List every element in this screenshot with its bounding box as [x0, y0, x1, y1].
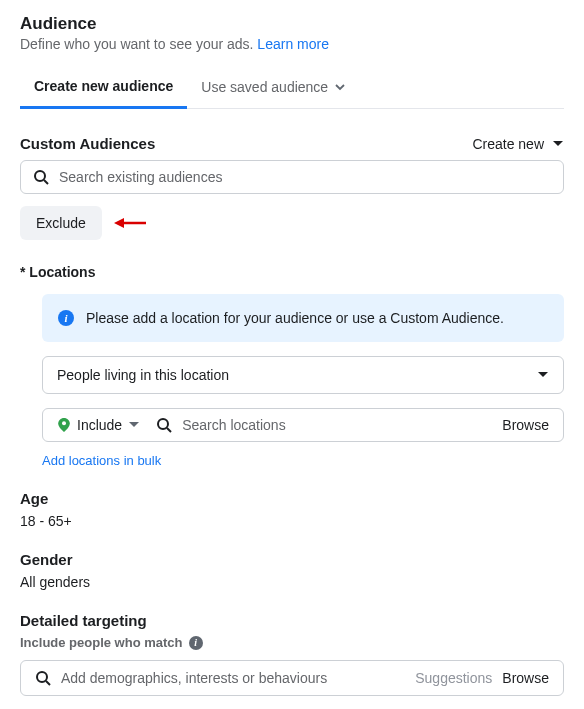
tab-use-saved-audience[interactable]: Use saved audience — [187, 68, 360, 108]
subtitle-text: Define who you want to see your ads. — [20, 36, 257, 52]
age-value: 18 - 65+ — [20, 513, 564, 529]
create-new-dropdown[interactable]: Create new — [472, 136, 564, 152]
svg-line-6 — [167, 428, 171, 432]
detailed-targeting-label: Detailed targeting — [20, 612, 564, 629]
search-icon — [33, 169, 49, 185]
location-scope-value: People living in this location — [57, 367, 229, 383]
page-subtitle: Define who you want to see your ads. Lea… — [20, 36, 564, 52]
detailed-targeting-input-row: Suggestions Browse — [20, 660, 564, 696]
svg-line-8 — [46, 681, 50, 685]
chevron-down-icon — [128, 419, 140, 431]
arrow-annotation-icon — [114, 216, 146, 230]
svg-point-4 — [62, 421, 66, 425]
suggestions-button[interactable]: Suggestions — [415, 670, 492, 686]
audience-tabs: Create new audience Use saved audience — [20, 68, 564, 109]
custom-audiences-search[interactable] — [20, 160, 564, 194]
create-new-label: Create new — [472, 136, 544, 152]
locations-label: * Locations — [20, 264, 564, 280]
gender-label: Gender — [20, 551, 564, 568]
location-search-input[interactable] — [182, 417, 492, 433]
svg-point-0 — [35, 171, 45, 181]
chevron-down-icon — [552, 138, 564, 150]
page-title: Audience — [20, 14, 564, 34]
exclude-button[interactable]: Exclude — [20, 206, 102, 240]
detailed-targeting-input[interactable] — [61, 670, 405, 686]
add-locations-bulk-link[interactable]: Add locations in bulk — [42, 453, 161, 468]
location-search-row: Include Browse — [42, 408, 564, 442]
dt-sub-text: Include people who match — [20, 635, 183, 650]
location-browse-button[interactable]: Browse — [502, 417, 549, 433]
search-icon — [35, 670, 51, 686]
gender-value: All genders — [20, 574, 564, 590]
svg-line-1 — [44, 180, 48, 184]
svg-point-5 — [158, 419, 168, 429]
detailed-targeting-sub: Include people who match i — [20, 635, 564, 650]
custom-audiences-label: Custom Audiences — [20, 135, 155, 152]
location-pin-icon — [57, 418, 71, 432]
svg-point-7 — [37, 672, 47, 682]
chevron-down-icon — [334, 81, 346, 93]
search-icon — [156, 417, 172, 433]
svg-marker-3 — [114, 218, 124, 228]
info-icon: i — [58, 310, 74, 326]
include-dropdown[interactable]: Include — [57, 417, 146, 433]
location-scope-select[interactable]: People living in this location — [42, 356, 564, 394]
chevron-down-icon — [537, 369, 549, 381]
tab-saved-label: Use saved audience — [201, 79, 328, 95]
tab-create-new-audience[interactable]: Create new audience — [20, 68, 187, 109]
age-label: Age — [20, 490, 564, 507]
locations-info-banner: i Please add a location for your audienc… — [42, 294, 564, 342]
info-icon[interactable]: i — [189, 636, 203, 650]
locations-banner-text: Please add a location for your audience … — [86, 310, 504, 326]
learn-more-link[interactable]: Learn more — [257, 36, 329, 52]
custom-audiences-search-input[interactable] — [59, 169, 551, 185]
include-label: Include — [77, 417, 122, 433]
detailed-browse-button[interactable]: Browse — [502, 670, 549, 686]
